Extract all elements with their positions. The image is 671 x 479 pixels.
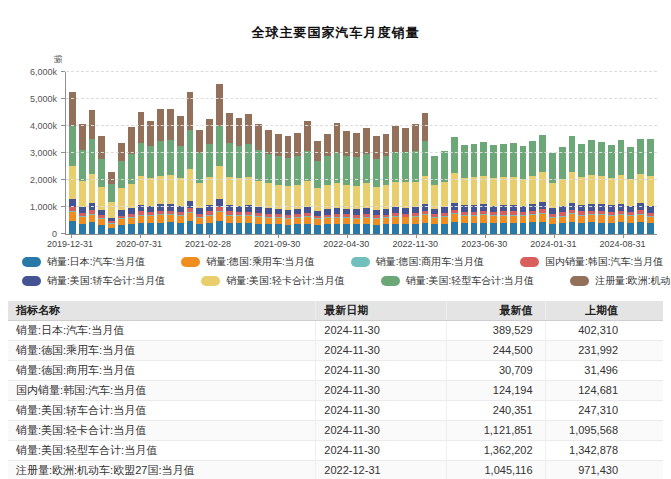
- legend-item[interactable]: 销量:美国:轿车合计:当月值: [22, 274, 165, 288]
- table-row: 销量:美国:轿车合计:当月值2024-11-30240,351247,310: [8, 401, 663, 421]
- bar-segment: [177, 216, 184, 223]
- bar-segment: [324, 224, 331, 234]
- stacked-bar: [569, 72, 576, 234]
- latest-date-cell: 2024-11-30: [316, 321, 447, 341]
- previous-value-cell: 124,681: [545, 381, 663, 401]
- legend-item[interactable]: 国内销量:韩国:汽车:当月值: [520, 255, 663, 269]
- bar-segment: [412, 151, 419, 182]
- bar-segment: [314, 188, 321, 210]
- bar-segment: [637, 215, 644, 222]
- bar-segment: [412, 224, 419, 234]
- bar-segment: [255, 224, 262, 234]
- legend-item[interactable]: 销量:美国:轻型车合计:当月值: [381, 274, 534, 288]
- y-axis-tick: [61, 125, 65, 126]
- bar-segment: [187, 130, 194, 168]
- legend: 销量:日本:汽车:当月值销量:德国:乘用车:当月值销量:德国:商用车:当月值国内…: [22, 255, 671, 288]
- table-header-row: 指标名称最新日期最新值上期值: [8, 301, 663, 321]
- stacked-bar: [98, 72, 105, 234]
- stacked-bar: [578, 72, 585, 234]
- bar-segment: [451, 214, 458, 222]
- bar-segment: [363, 183, 370, 208]
- latest-value-cell: 124,194: [447, 381, 545, 401]
- x-axis-tick-label: 2024-01-31: [530, 239, 576, 249]
- stacked-bar: [275, 72, 282, 234]
- bar-segment: [353, 133, 360, 157]
- previous-value-cell: 231,992: [545, 341, 663, 361]
- bar-segment: [392, 224, 399, 234]
- bar-segment: [196, 183, 203, 208]
- bar-segment: [627, 223, 634, 234]
- bar-segment: [471, 223, 478, 234]
- bar-segment: [108, 202, 115, 218]
- latest-date-cell: 2024-11-30: [316, 361, 447, 381]
- bar-segment: [510, 177, 517, 205]
- bar-segment: [647, 217, 654, 224]
- bar-segment: [588, 140, 595, 175]
- bar-segment: [236, 118, 243, 146]
- legend-item[interactable]: 销量:美国:轻卡合计:当月值: [201, 274, 344, 288]
- bar-segment: [402, 152, 409, 182]
- y-axis-tick: [61, 98, 65, 99]
- bar-segment: [196, 224, 203, 234]
- bar-segment: [343, 224, 350, 234]
- stacked-bar: [422, 72, 429, 234]
- previous-value-cell: 247,310: [545, 401, 663, 421]
- bar-segment: [147, 223, 154, 234]
- bar-segment: [118, 225, 125, 234]
- bar-segment: [578, 223, 585, 234]
- indicator-name-cell: 销量:日本:汽车:当月值: [8, 321, 316, 341]
- bar-segment: [187, 221, 194, 234]
- bar-segment: [598, 142, 605, 176]
- bar-segment: [451, 222, 458, 234]
- bar-segment: [108, 228, 115, 234]
- bar-segment: [392, 152, 399, 183]
- table-header-cell: 上期值: [545, 301, 663, 321]
- bar-segment: [647, 176, 654, 206]
- legend-item[interactable]: 注册量:欧洲:机动车:欧盟27国:当月值: [570, 274, 671, 288]
- bar-segment: [578, 144, 585, 177]
- stacked-bar: [490, 72, 497, 234]
- bar-segment: [510, 143, 517, 177]
- table-header-cell: 最新值: [447, 301, 545, 321]
- bar-segment: [569, 222, 576, 234]
- bar-segment: [559, 223, 566, 234]
- bar-segment: [647, 139, 654, 176]
- y-axis-tick: [61, 233, 65, 234]
- bar-segment: [138, 176, 145, 204]
- bar-segment: [480, 215, 487, 222]
- bar-segment: [334, 183, 341, 208]
- bar-segment: [569, 214, 576, 222]
- bar-segment: [539, 135, 546, 171]
- bar-segment: [412, 182, 419, 208]
- stacked-bar: [471, 72, 478, 234]
- legend-label: 销量:日本:汽车:当月值: [47, 255, 145, 269]
- bar-segment: [598, 215, 605, 222]
- x-axis-tick-label: 2024-08-31: [599, 239, 645, 249]
- stacked-bar: [480, 72, 487, 234]
- stacked-bar: [245, 72, 252, 234]
- stacked-bar: [373, 72, 380, 234]
- bar-segment: [216, 221, 223, 234]
- stacked-bar: [79, 72, 86, 234]
- stacked-bar: [89, 72, 96, 234]
- bar-segment: [245, 177, 252, 205]
- stacked-bar: [618, 72, 625, 234]
- latest-value-cell: 30,709: [447, 361, 545, 381]
- stacked-bar: [608, 72, 615, 234]
- bar-segment: [138, 216, 145, 223]
- bar-segment: [79, 124, 86, 150]
- bar-segment: [471, 144, 478, 177]
- table-row: 销量:美国:轻卡合计:当月值2024-11-301,121,8511,095,5…: [8, 421, 663, 441]
- bar-segment: [108, 172, 115, 183]
- bar-segment: [441, 182, 448, 207]
- table-row: 国内销量:韩国:汽车:当月值2024-11-30124,194124,681: [8, 381, 663, 401]
- stacked-bar: [226, 72, 233, 234]
- bar-segment: [108, 184, 115, 203]
- legend-item[interactable]: 销量:日本:汽车:当月值: [22, 255, 145, 269]
- stacked-bar: [539, 72, 546, 234]
- bar-segment: [539, 172, 546, 202]
- table-row: 销量:美国:轻型车合计:当月值2024-11-301,362,2021,342,…: [8, 441, 663, 461]
- legend-item[interactable]: 销量:德国:商用车:当月值: [351, 255, 484, 269]
- bar-segment: [265, 130, 272, 154]
- legend-item[interactable]: 销量:德国:乘用车:当月值: [181, 255, 314, 269]
